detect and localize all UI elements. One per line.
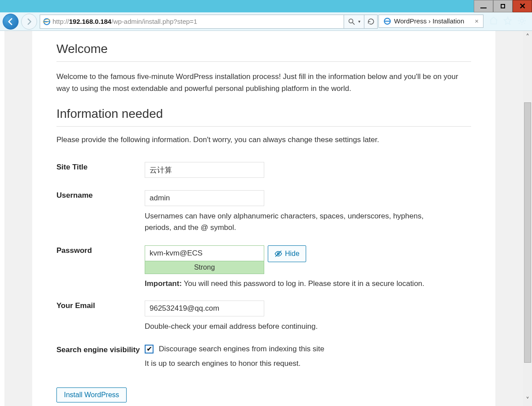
- info-heading: Information needed: [56, 107, 471, 121]
- window-maximize-button[interactable]: [493, 0, 513, 12]
- window-titlebar: ✕: [0, 0, 532, 12]
- svg-point-2: [349, 19, 353, 23]
- home-icon: [489, 16, 498, 26]
- arrow-right-icon: [25, 18, 33, 26]
- gear-icon: [517, 16, 527, 26]
- search-visibility-checkbox-label: Discourage search engines from indexing …: [159, 345, 324, 353]
- tab-close-button[interactable]: ×: [475, 17, 479, 25]
- refresh-button[interactable]: [364, 15, 378, 29]
- eye-slash-icon: [274, 250, 282, 258]
- star-icon: [503, 16, 513, 26]
- address-search-button[interactable]: ▾: [344, 15, 364, 29]
- scroll-up-button[interactable]: ˄: [526, 31, 529, 43]
- search-visibility-checkbox-row[interactable]: ✔ Discourage search engines from indexin…: [145, 345, 471, 353]
- username-hint: Usernames can have only alphanumeric cha…: [145, 211, 427, 233]
- page-content: Welcome Welcome to the famous five-minut…: [32, 31, 495, 406]
- svg-point-5: [520, 19, 523, 22]
- address-bar[interactable]: http://192.168.0.184/wp-admin/install.ph…: [40, 15, 344, 29]
- favorites-button[interactable]: [503, 16, 513, 27]
- site-title-input[interactable]: [145, 162, 264, 178]
- search-dropdown-caret[interactable]: ▾: [358, 19, 360, 24]
- hide-password-button[interactable]: Hide: [268, 245, 306, 262]
- home-button[interactable]: [489, 16, 498, 27]
- divider: [56, 126, 471, 127]
- svg-line-3: [353, 23, 355, 25]
- divider: [56, 61, 471, 62]
- password-input[interactable]: [145, 245, 264, 261]
- install-wordpress-button[interactable]: Install WordPress: [56, 387, 127, 402]
- email-label: Your Email: [56, 294, 145, 338]
- username-input[interactable]: [145, 190, 264, 206]
- scroll-down-button[interactable]: ˅: [526, 394, 529, 406]
- password-important-note: Important: You will need this password t…: [145, 279, 436, 288]
- info-text: Please provide the following information…: [56, 135, 471, 144]
- ie-logo-icon: [43, 18, 51, 26]
- tab-title: WordPress › Installation: [394, 17, 464, 25]
- url-text: http://192.168.0.184/wp-admin/install.ph…: [52, 18, 341, 25]
- search-visibility-checkbox[interactable]: ✔: [145, 345, 154, 353]
- password-label: Password: [56, 239, 145, 294]
- window-minimize-button[interactable]: [474, 0, 493, 12]
- search-visibility-label: Search engine visibility: [56, 338, 145, 376]
- welcome-text: Welcome to the famous five-minute WordPr…: [56, 71, 471, 94]
- arrow-left-icon: [6, 17, 15, 26]
- browser-tab[interactable]: WordPress › Installation ×: [378, 15, 483, 28]
- browser-toolbar: http://192.168.0.184/wp-admin/install.ph…: [0, 12, 532, 31]
- welcome-heading: Welcome: [56, 42, 471, 56]
- search-icon: [348, 18, 356, 26]
- vertical-scrollbar[interactable]: ˄ ˅: [523, 31, 532, 406]
- nav-back-button[interactable]: [3, 14, 19, 30]
- site-title-label: Site Title: [56, 156, 145, 184]
- email-hint: Double-check your email address before c…: [145, 321, 427, 332]
- tools-button[interactable]: [517, 16, 527, 27]
- refresh-icon: [367, 18, 375, 26]
- ie-logo-icon: [383, 17, 391, 25]
- window-close-button[interactable]: ✕: [513, 0, 532, 12]
- email-input[interactable]: [145, 301, 264, 316]
- nav-forward-button[interactable]: [21, 14, 37, 30]
- scrollbar-thumb[interactable]: [524, 102, 531, 363]
- username-label: Username: [56, 184, 145, 239]
- password-strength-badge: Strong: [145, 261, 264, 274]
- search-visibility-hint: It is up to search engines to honor this…: [145, 358, 427, 369]
